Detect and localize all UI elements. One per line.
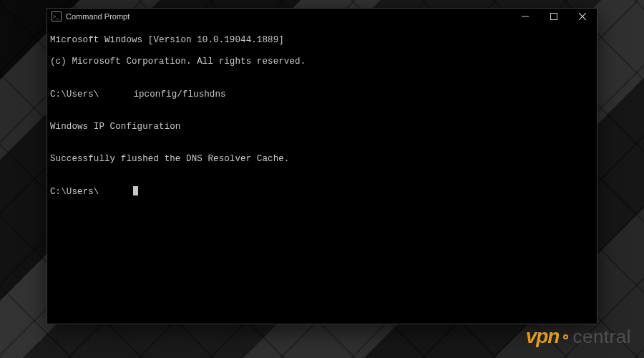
maximize-button[interactable] — [540, 9, 568, 24]
titlebar[interactable]: >_ Command Prompt — [47, 9, 597, 24]
typed-command: ipconfig/flushdns — [133, 90, 225, 100]
svg-rect-3 — [551, 14, 557, 20]
command-prompt-window: >_ Command Prompt Microsoft Windows [Ver… — [47, 8, 597, 324]
text-cursor — [133, 186, 138, 195]
redacted-username — [99, 186, 133, 195]
close-button[interactable] — [568, 9, 597, 24]
prompt-path: C:\Users\ — [50, 90, 99, 100]
watermark-dot-icon — [563, 334, 568, 339]
window-controls — [511, 9, 597, 24]
redacted-username — [99, 89, 133, 97]
svg-text:>_: >_ — [53, 14, 60, 20]
command-prompt-icon: >_ — [52, 11, 62, 21]
minimize-button[interactable] — [511, 9, 540, 24]
watermark-text-left: vpn — [526, 325, 560, 348]
terminal-prompt-line: C:\Users\ipconfig/flushdns — [50, 89, 594, 100]
terminal-line: Windows IP Configuration — [50, 122, 594, 132]
terminal-output[interactable]: Microsoft Windows [Version 10.0.19044.18… — [50, 24, 594, 321]
watermark-text-right: central — [572, 326, 631, 348]
terminal-line: (c) Microsoft Corporation. All rights re… — [50, 57, 594, 67]
prompt-path: C:\Users\ — [50, 187, 99, 197]
window-title: Command Prompt — [66, 12, 130, 21]
terminal-prompt-line: C:\Users\ — [50, 186, 594, 198]
watermark-logo: vpn central — [526, 325, 631, 348]
terminal-line: Successfully flushed the DNS Resolver Ca… — [50, 154, 594, 165]
terminal-line: Microsoft Windows [Version 10.0.19044.18… — [50, 35, 594, 46]
